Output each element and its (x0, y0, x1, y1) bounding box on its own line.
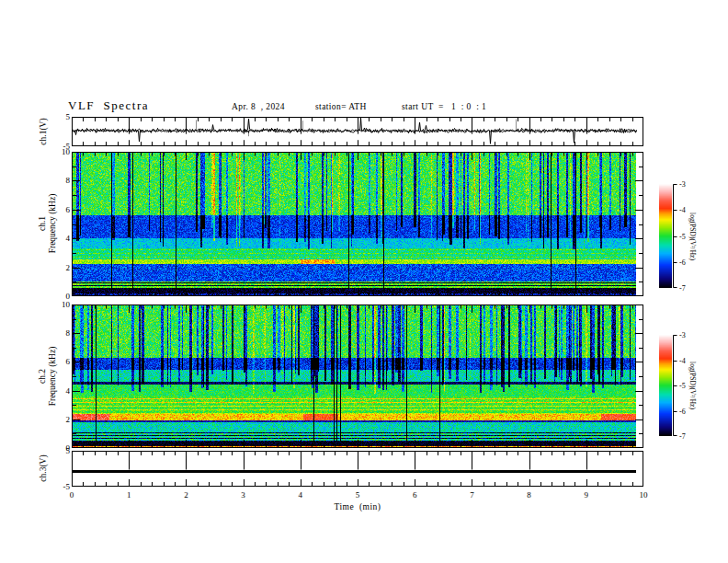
x-tick-label: 0 (62, 490, 82, 500)
x-tick-label: 4 (290, 490, 311, 500)
colorbar-tick-label: -6 (679, 407, 686, 415)
y-tick-label: 10 (46, 300, 70, 309)
y-tick-label: 2 (46, 262, 70, 271)
y-tick-label: 4 (46, 385, 70, 395)
x-tick-label: 5 (347, 490, 368, 500)
ch1-spectrogram-channel-label: ch.1 (38, 216, 47, 231)
figure-station: station= ATH (315, 102, 367, 111)
x-tick-label: 9 (576, 490, 597, 500)
ch1-waveform-panel (72, 117, 643, 146)
ch2-frequency-axis-label: Frequency (kHz) (48, 347, 57, 407)
y-tick-label: 8 (46, 176, 70, 185)
ch3-waveform-panel (72, 451, 643, 487)
colorbar2-unit-label: log(PSD)(V²/Hz) (688, 362, 697, 409)
x-tick-label: 7 (461, 490, 482, 500)
colorbar-tick-label: -3 (679, 180, 686, 189)
colorbar-tick-label: -5 (679, 382, 686, 390)
colorbar-tick-label: -5 (679, 232, 686, 240)
y-tick-label: 10 (46, 147, 70, 156)
colorbar-tick-label: -3 (679, 331, 686, 339)
y-tick-label: -5 (46, 482, 70, 491)
figure-title: VLF Spectra (68, 98, 149, 113)
figure-start-ut: start UT = 1 : 0 : 1 (402, 102, 486, 111)
ch1-spectrogram-panel (72, 152, 643, 296)
ch3-voltage-axis-label: ch.3(V) (39, 454, 48, 481)
y-tick-label: 5 (46, 446, 70, 455)
y-tick-label: 2 (46, 414, 70, 423)
x-tick-label: 2 (176, 490, 196, 500)
ch2-spectrogram-panel (72, 304, 643, 448)
x-tick-label: 3 (233, 490, 254, 500)
time-axis-label: Time (min) (72, 502, 643, 511)
x-tick-label: 10 (633, 490, 654, 500)
colorbar-tick-label: -7 (679, 284, 686, 293)
ch2-spectrogram-channel-label: ch.2 (38, 369, 47, 384)
y-tick-label: 6 (46, 204, 70, 213)
colorbar-tick-label: -4 (679, 206, 686, 214)
y-tick-label: 6 (46, 357, 70, 366)
colorbar-tick-label: -6 (679, 258, 686, 266)
x-tick-label: 8 (519, 490, 540, 500)
colorbar1-unit-label: log(PSD)(V²/Hz) (688, 213, 697, 260)
colorbar-tick-label: -7 (679, 432, 686, 441)
figure-date: Apr. 8 , 2024 (232, 102, 285, 111)
y-tick-label: 4 (46, 234, 70, 243)
y-tick-label: 8 (46, 328, 70, 338)
x-tick-label: 1 (119, 490, 139, 500)
ch2-colorbar (659, 335, 677, 436)
vlf-spectra-figure: VLF Spectra Apr. 8 , 2024 station= ATH s… (0, 0, 728, 563)
x-tick-label: 6 (404, 490, 425, 500)
ch1-frequency-axis-label: Frequency (kHz) (48, 194, 57, 254)
colorbar-tick-label: -4 (679, 356, 686, 364)
y-tick-label: 5 (46, 112, 70, 121)
ch1-colorbar (659, 184, 677, 288)
